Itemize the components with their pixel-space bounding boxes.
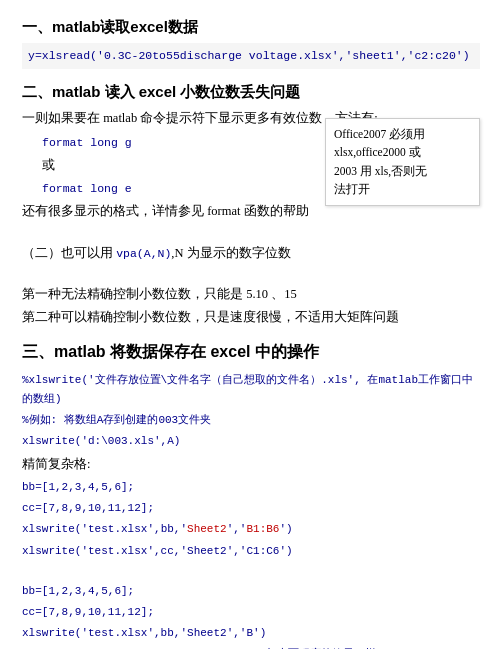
- section3-code-cc1: cc=[7,8,9,10,11,12];: [22, 499, 480, 517]
- section1-code: y=xlsread('0.3C-20to55discharge voltage.…: [22, 43, 480, 69]
- format-long-g: format long g: [42, 136, 132, 149]
- section3-code-cc2: cc=[7,8,9,10,11,12];: [22, 603, 480, 621]
- tooltip-line4: 法打开: [334, 180, 471, 198]
- section3-code-bb1: bb=[1,2,3,4,5,6];: [22, 478, 480, 496]
- section3-code-xls-fz4: xlswrite('test.xlsx',cc,'Sheet2','C1:C6'…: [22, 542, 480, 560]
- section3-code-bb2: bb=[1,2,3,4,5,6];: [22, 582, 480, 600]
- section3-code-xls-fz3: xlswrite('test.xlsx',bb,'Sheet2','B1:B6'…: [22, 520, 480, 538]
- section-1: 一、matlab读取excel数据 y=xlsread('0.3C-20to55…: [22, 18, 480, 69]
- section2-title: 二、matlab 读入 excel 小数位数丢失问题: [22, 83, 480, 102]
- section2-para4-2: 第二种可以精确控制小数位数，只是速度很慢，不适用大矩阵问题: [22, 307, 480, 328]
- section3-code-xls-b4: xlswrite('test.xlsx',cc,'Sheet2','C')与上面…: [22, 645, 480, 649]
- section3-code-xls-b3: xlswrite('test.xlsx',bb,'Sheet2','B'): [22, 624, 480, 642]
- tooltip-line3: 2003 用 xls,否则无: [334, 162, 471, 180]
- section1-title: 一、matlab读取excel数据: [22, 18, 480, 37]
- format-long-e: format long e: [42, 182, 132, 195]
- section2-para4-1: 第一种无法精确控制小数位数，只能是 5.10 、15: [22, 284, 480, 305]
- section3-comment1: %xlswrite('文件存放位置\文件名字（自己想取的文件名）.xls', 在…: [22, 371, 480, 407]
- tooltip-box: Office2007 必须用 xlsx,office2000 或 2003 用 …: [325, 118, 480, 206]
- tooltip-line1: Office2007 必须用: [334, 125, 471, 143]
- section3-label-fz: 精简复杂格:: [22, 454, 480, 475]
- section3-title: 三、matlab 将数据保存在 excel 中的操作: [22, 342, 480, 363]
- section-3: 三、matlab 将数据保存在 excel 中的操作 %xlswrite('文件…: [22, 342, 480, 649]
- section3-comment2: %例如: 将数组A存到创建的003文件夹: [22, 411, 480, 429]
- section2-para3: （二）也可以用 vpa(A,N),N 为显示的数字位数: [22, 243, 480, 264]
- tooltip-line2: xlsx,office2000 或: [334, 143, 471, 161]
- section3-code-xlswrite: xlswrite('d:\003.xls',A): [22, 432, 480, 450]
